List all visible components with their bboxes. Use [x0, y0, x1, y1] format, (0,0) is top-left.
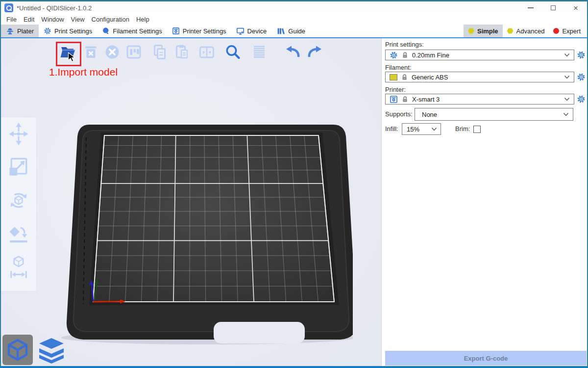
window-title: *Untitled - QIDISlicer-1.0.2 — [17, 4, 92, 12]
minimize-button[interactable] — [519, 1, 542, 14]
tab-print-settings[interactable]: Print Settings — [39, 25, 97, 37]
preview-view-button[interactable] — [37, 336, 66, 364]
menu-configuration[interactable]: Configuration — [88, 16, 133, 23]
tab-bar: Plater Print Settings Filament Settings … — [1, 25, 587, 38]
tab-label: Filament Settings — [113, 27, 162, 35]
mode-label: Advanced — [516, 27, 545, 35]
copy-button[interactable] — [150, 43, 169, 61]
size-icon — [7, 255, 30, 280]
lock-icon — [401, 74, 408, 81]
delete-all-button[interactable] — [103, 43, 122, 61]
advanced-mode-icon — [507, 28, 514, 34]
chevron-down-icon — [564, 53, 570, 57]
delete-icon — [82, 43, 99, 61]
3d-editor-cube-icon — [6, 339, 29, 361]
tab-guide[interactable]: Guide — [271, 25, 310, 37]
brim-checkbox[interactable] — [473, 126, 481, 133]
tab-label: Plater — [17, 27, 34, 35]
split-button[interactable] — [197, 43, 216, 61]
move-icon — [7, 121, 30, 147]
print-bed — [59, 118, 353, 348]
window-controls: × — [519, 1, 587, 14]
arrange-icon — [125, 43, 143, 61]
search-button[interactable] — [223, 43, 242, 61]
tab-filament-settings[interactable]: Filament Settings — [97, 25, 167, 37]
filament-combo[interactable]: Generic ABS — [385, 72, 574, 82]
main-area: 1.Import model — [1, 38, 587, 366]
tab-label: Guide — [288, 27, 305, 35]
menu-file[interactable]: File — [3, 16, 20, 23]
menu-help[interactable]: Help — [133, 16, 153, 23]
arrange-button[interactable] — [124, 43, 143, 61]
3d-viewport[interactable]: 1.Import model — [1, 38, 381, 366]
preview-layers-icon — [38, 336, 65, 364]
chevron-down-icon — [564, 75, 570, 79]
rotate-tool-button[interactable] — [7, 188, 30, 213]
tab-label: Device — [247, 27, 267, 35]
undo-icon — [284, 43, 301, 61]
printer-value: X-smart 3 — [412, 96, 440, 103]
infill-label: Infill: — [385, 125, 402, 133]
print-settings-label: Print settings: — [385, 41, 586, 49]
paste-button[interactable] — [172, 43, 191, 61]
delete-button[interactable] — [81, 43, 100, 61]
close-button[interactable]: × — [564, 1, 587, 14]
filament-gear-button[interactable] — [577, 73, 586, 81]
close-icon: × — [573, 4, 578, 12]
maximize-icon — [551, 5, 556, 10]
printer-icon — [172, 27, 180, 35]
print-settings-gear-button[interactable] — [577, 51, 586, 59]
mode-label: Simple — [477, 27, 498, 35]
print-settings-combo[interactable]: 0.20mm Fine — [385, 50, 574, 60]
menu-view[interactable]: View — [68, 16, 88, 23]
place-on-face-tool-button[interactable] — [7, 221, 30, 247]
tab-plater[interactable]: Plater — [1, 25, 39, 37]
chevron-down-icon — [563, 112, 569, 116]
tab-device[interactable]: Device — [231, 25, 272, 37]
printer-combo[interactable]: X-smart 3 — [385, 94, 574, 105]
tab-printer-settings[interactable]: Printer Settings — [167, 25, 231, 37]
supports-combo[interactable]: None — [415, 108, 573, 121]
menu-window[interactable]: Window — [38, 16, 67, 23]
printer-icon — [390, 95, 398, 104]
filament-label: Filament: — [385, 64, 586, 72]
scale-icon — [7, 155, 30, 180]
mode-advanced[interactable]: Advanced — [503, 25, 549, 37]
gear-icon — [577, 95, 586, 104]
scale-tool-button[interactable] — [7, 155, 30, 180]
undo-button[interactable] — [283, 43, 302, 61]
export-gcode-button[interactable]: Export G-code — [385, 351, 587, 366]
chevron-down-icon — [564, 97, 570, 101]
mode-simple[interactable]: Simple — [464, 25, 503, 37]
lock-icon — [401, 96, 409, 103]
gear-icon — [44, 27, 51, 35]
gear-icon — [577, 51, 586, 59]
printer-gear-button[interactable] — [577, 95, 586, 104]
plater-icon — [6, 27, 14, 35]
supports-label: Supports: — [385, 110, 415, 118]
redo-icon — [306, 43, 324, 61]
lock-icon — [401, 52, 409, 59]
search-icon — [224, 43, 242, 61]
mode-expert[interactable]: Expert — [549, 25, 585, 37]
minimize-icon — [528, 7, 534, 8]
tab-label: Printer Settings — [183, 27, 226, 35]
maximize-button[interactable] — [542, 1, 564, 14]
brim-label: Brim: — [455, 125, 470, 133]
variable-layer-height-button[interactable] — [250, 43, 269, 61]
filament-value: Generic ABS — [412, 74, 448, 81]
expert-mode-icon — [553, 28, 559, 34]
move-tool-button[interactable] — [7, 121, 30, 147]
3d-editor-view-button[interactable] — [2, 335, 33, 365]
redo-button[interactable] — [306, 43, 324, 61]
simple-mode-icon — [468, 28, 474, 34]
infill-combo[interactable]: 15% — [402, 123, 441, 135]
menu-bar: File Edit Window View Configuration Help — [1, 14, 587, 25]
object-manipulation-toolbar — [1, 117, 37, 291]
size-tool-button[interactable] — [7, 255, 30, 280]
menu-edit[interactable]: Edit — [20, 16, 38, 23]
place-on-face-icon — [7, 221, 30, 247]
filament-color-swatch — [390, 74, 397, 80]
delete-all-icon — [103, 43, 121, 61]
title-bar: *Untitled - QIDISlicer-1.0.2 × — [1, 1, 587, 14]
